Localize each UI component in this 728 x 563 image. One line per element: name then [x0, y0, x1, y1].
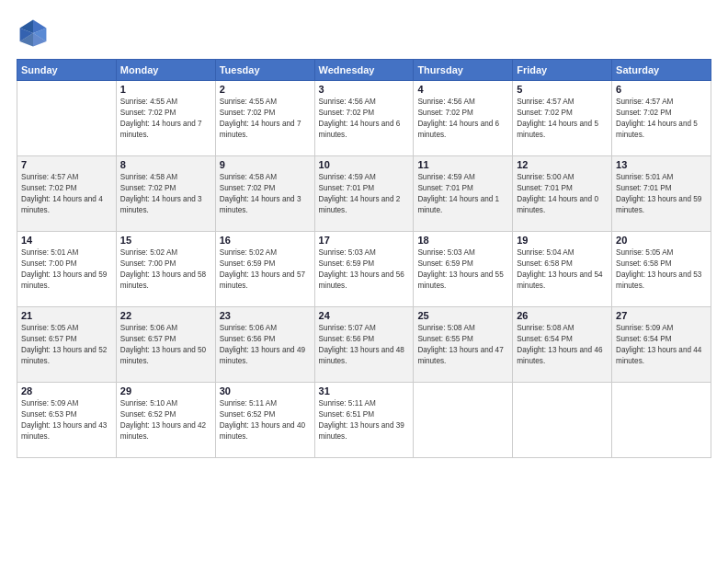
day-info: Sunrise: 4:59 AMSunset: 7:01 PMDaylight:…	[319, 172, 410, 216]
week-row-4: 28 Sunrise: 5:09 AMSunset: 6:53 PMDaylig…	[17, 383, 711, 458]
day-info: Sunrise: 4:59 AMSunset: 7:01 PMDaylight:…	[417, 172, 508, 216]
calendar-cell: 11 Sunrise: 4:59 AMSunset: 7:01 PMDaylig…	[414, 156, 513, 232]
day-info: Sunrise: 5:00 AMSunset: 7:01 PMDaylight:…	[517, 172, 608, 216]
day-number: 30	[220, 385, 311, 396]
weekday-monday: Monday	[116, 60, 215, 81]
day-info: Sunrise: 5:03 AMSunset: 6:59 PMDaylight:…	[417, 247, 508, 292]
day-number: 4	[417, 84, 508, 95]
weekday-header-row: SundayMondayTuesdayWednesdayThursdayFrid…	[17, 60, 711, 81]
calendar-cell: 10 Sunrise: 4:59 AMSunset: 7:01 PMDaylig…	[314, 156, 414, 232]
day-number: 27	[616, 310, 707, 321]
day-number: 2	[220, 84, 311, 95]
day-number: 28	[21, 385, 112, 396]
day-number: 10	[319, 159, 410, 170]
day-number: 23	[220, 310, 311, 321]
day-info: Sunrise: 5:08 AMSunset: 6:55 PMDaylight:…	[417, 323, 508, 367]
logo-icon	[17, 17, 50, 50]
calendar-cell: 2 Sunrise: 4:55 AMSunset: 7:02 PMDayligh…	[215, 81, 314, 156]
day-info: Sunrise: 4:57 AMSunset: 7:02 PMDaylight:…	[616, 97, 707, 141]
weekday-tuesday: Tuesday	[215, 60, 314, 81]
day-info: Sunrise: 4:58 AMSunset: 7:02 PMDaylight:…	[120, 172, 211, 216]
calendar-cell: 17 Sunrise: 5:03 AMSunset: 6:59 PMDaylig…	[314, 232, 414, 307]
day-number: 31	[319, 385, 410, 396]
day-info: Sunrise: 4:58 AMSunset: 7:02 PMDaylight:…	[220, 172, 311, 216]
day-info: Sunrise: 5:09 AMSunset: 6:54 PMDaylight:…	[616, 323, 707, 367]
day-info: Sunrise: 4:55 AMSunset: 7:02 PMDaylight:…	[120, 97, 211, 141]
day-info: Sunrise: 5:02 AMSunset: 6:59 PMDaylight:…	[220, 247, 311, 292]
logo	[17, 17, 55, 50]
weekday-wednesday: Wednesday	[314, 60, 414, 81]
weekday-sunday: Sunday	[17, 60, 117, 81]
calendar-cell: 24 Sunrise: 5:07 AMSunset: 6:56 PMDaylig…	[314, 307, 414, 383]
day-number: 25	[417, 310, 508, 321]
day-info: Sunrise: 5:07 AMSunset: 6:56 PMDaylight:…	[319, 323, 410, 367]
day-number: 14	[21, 235, 112, 246]
calendar-cell: 4 Sunrise: 4:56 AMSunset: 7:02 PMDayligh…	[414, 81, 513, 156]
day-info: Sunrise: 5:08 AMSunset: 6:54 PMDaylight:…	[517, 323, 608, 367]
week-row-2: 14 Sunrise: 5:01 AMSunset: 7:00 PMDaylig…	[17, 232, 711, 307]
calendar-cell: 29 Sunrise: 5:10 AMSunset: 6:52 PMDaylig…	[116, 383, 215, 458]
day-info: Sunrise: 4:57 AMSunset: 7:02 PMDaylight:…	[517, 97, 608, 141]
day-number: 16	[220, 235, 311, 246]
day-number: 20	[616, 235, 707, 246]
week-row-3: 21 Sunrise: 5:05 AMSunset: 6:57 PMDaylig…	[17, 307, 711, 383]
day-number: 22	[120, 310, 211, 321]
day-number: 13	[616, 159, 707, 170]
calendar-cell: 8 Sunrise: 4:58 AMSunset: 7:02 PMDayligh…	[116, 156, 215, 232]
calendar-cell: 3 Sunrise: 4:56 AMSunset: 7:02 PMDayligh…	[314, 81, 414, 156]
page: SundayMondayTuesdayWednesdayThursdayFrid…	[0, 0, 728, 563]
day-number: 9	[220, 159, 311, 170]
calendar-cell: 31 Sunrise: 5:11 AMSunset: 6:51 PMDaylig…	[314, 383, 414, 458]
calendar-cell: 18 Sunrise: 5:03 AMSunset: 6:59 PMDaylig…	[414, 232, 513, 307]
week-row-1: 7 Sunrise: 4:57 AMSunset: 7:02 PMDayligh…	[17, 156, 711, 232]
day-info: Sunrise: 5:11 AMSunset: 6:51 PMDaylight:…	[319, 398, 410, 442]
day-number: 29	[120, 385, 211, 396]
calendar-cell: 5 Sunrise: 4:57 AMSunset: 7:02 PMDayligh…	[513, 81, 612, 156]
calendar: SundayMondayTuesdayWednesdayThursdayFrid…	[17, 59, 711, 458]
day-info: Sunrise: 5:01 AMSunset: 7:01 PMDaylight:…	[616, 172, 707, 216]
day-number: 24	[319, 310, 410, 321]
day-number: 18	[417, 235, 508, 246]
day-number: 12	[517, 159, 608, 170]
day-info: Sunrise: 4:57 AMSunset: 7:02 PMDaylight:…	[21, 172, 112, 216]
calendar-cell: 12 Sunrise: 5:00 AMSunset: 7:01 PMDaylig…	[513, 156, 612, 232]
week-row-0: 1 Sunrise: 4:55 AMSunset: 7:02 PMDayligh…	[17, 81, 711, 156]
calendar-cell: 26 Sunrise: 5:08 AMSunset: 6:54 PMDaylig…	[513, 307, 612, 383]
calendar-cell: 7 Sunrise: 4:57 AMSunset: 7:02 PMDayligh…	[17, 156, 117, 232]
day-number: 6	[616, 84, 707, 95]
day-number: 1	[120, 84, 211, 95]
calendar-cell: 13 Sunrise: 5:01 AMSunset: 7:01 PMDaylig…	[612, 156, 711, 232]
day-info: Sunrise: 5:06 AMSunset: 6:56 PMDaylight:…	[220, 323, 311, 367]
calendar-cell: 23 Sunrise: 5:06 AMSunset: 6:56 PMDaylig…	[215, 307, 314, 383]
calendar-cell: 30 Sunrise: 5:11 AMSunset: 6:52 PMDaylig…	[215, 383, 314, 458]
day-info: Sunrise: 4:55 AMSunset: 7:02 PMDaylight:…	[220, 97, 311, 141]
day-info: Sunrise: 5:05 AMSunset: 6:58 PMDaylight:…	[616, 247, 707, 292]
day-number: 7	[21, 159, 112, 170]
calendar-cell: 15 Sunrise: 5:02 AMSunset: 7:00 PMDaylig…	[116, 232, 215, 307]
calendar-cell	[513, 383, 612, 458]
day-number: 19	[517, 235, 608, 246]
calendar-cell	[612, 383, 711, 458]
calendar-cell: 25 Sunrise: 5:08 AMSunset: 6:55 PMDaylig…	[414, 307, 513, 383]
calendar-cell	[17, 81, 117, 156]
calendar-cell: 27 Sunrise: 5:09 AMSunset: 6:54 PMDaylig…	[612, 307, 711, 383]
calendar-cell: 28 Sunrise: 5:09 AMSunset: 6:53 PMDaylig…	[17, 383, 117, 458]
calendar-cell: 14 Sunrise: 5:01 AMSunset: 7:00 PMDaylig…	[17, 232, 117, 307]
day-info: Sunrise: 5:10 AMSunset: 6:52 PMDaylight:…	[120, 398, 211, 442]
day-info: Sunrise: 5:01 AMSunset: 7:00 PMDaylight:…	[21, 247, 112, 292]
day-info: Sunrise: 5:05 AMSunset: 6:57 PMDaylight:…	[21, 323, 112, 367]
day-info: Sunrise: 4:56 AMSunset: 7:02 PMDaylight:…	[417, 97, 508, 141]
calendar-cell: 20 Sunrise: 5:05 AMSunset: 6:58 PMDaylig…	[612, 232, 711, 307]
weekday-saturday: Saturday	[612, 60, 711, 81]
calendar-cell: 16 Sunrise: 5:02 AMSunset: 6:59 PMDaylig…	[215, 232, 314, 307]
day-number: 26	[517, 310, 608, 321]
day-number: 11	[417, 159, 508, 170]
calendar-cell: 6 Sunrise: 4:57 AMSunset: 7:02 PMDayligh…	[612, 81, 711, 156]
day-info: Sunrise: 4:56 AMSunset: 7:02 PMDaylight:…	[319, 97, 410, 141]
day-info: Sunrise: 5:02 AMSunset: 7:00 PMDaylight:…	[120, 247, 211, 292]
calendar-cell: 19 Sunrise: 5:04 AMSunset: 6:58 PMDaylig…	[513, 232, 612, 307]
day-info: Sunrise: 5:06 AMSunset: 6:57 PMDaylight:…	[120, 323, 211, 367]
day-info: Sunrise: 5:11 AMSunset: 6:52 PMDaylight:…	[220, 398, 311, 442]
day-number: 17	[319, 235, 410, 246]
calendar-cell: 1 Sunrise: 4:55 AMSunset: 7:02 PMDayligh…	[116, 81, 215, 156]
